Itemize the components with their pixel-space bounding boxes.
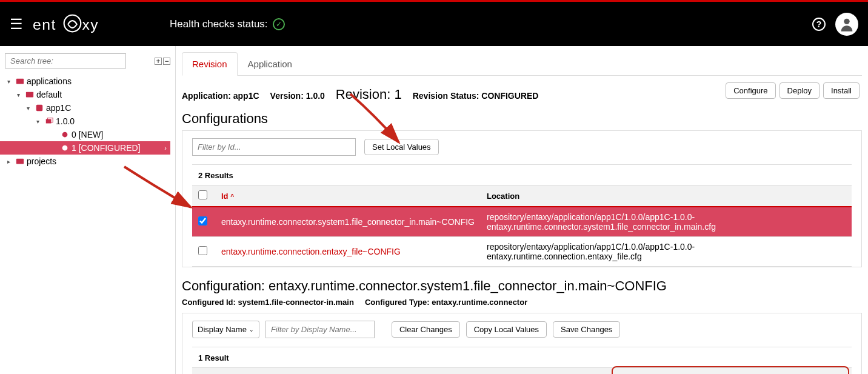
filter-name-input[interactable] [265, 321, 375, 338]
row-checkbox[interactable] [198, 246, 207, 255]
select-all-checkbox[interactable] [198, 190, 207, 199]
chevron-down-icon: ▾ [17, 92, 23, 98]
avatar[interactable] [835, 13, 858, 36]
top-bar: ☰ ent xy Health checks status: ✓ ? [0, 2, 868, 46]
filter-field-dropdown[interactable]: Display Name ⌄ [192, 321, 259, 338]
deploy-button[interactable]: Deploy [780, 82, 820, 99]
health-status: Health checks status: ✓ [170, 18, 285, 30]
save-changes-button[interactable]: Save Changes [553, 321, 620, 338]
chevron-down-icon: ▾ [27, 105, 33, 112]
filter-id-input[interactable] [192, 138, 356, 156]
col-id[interactable]: Id ^ [215, 185, 481, 207]
svg-rect-7 [46, 119, 52, 124]
gear-icon [61, 144, 69, 152]
col-location[interactable]: Location [481, 185, 852, 207]
tree-item-projects[interactable]: ▸ projects [5, 155, 170, 168]
version-icon [45, 117, 53, 125]
row-checkbox[interactable] [198, 216, 207, 225]
chevron-down-icon: ▾ [7, 78, 13, 85]
folder-icon [25, 90, 34, 99]
chevron-right-icon: › [164, 144, 167, 152]
chevron-down-icon: ▾ [36, 118, 42, 125]
tab-revision[interactable]: Revision [182, 52, 238, 76]
svg-rect-4 [16, 79, 24, 84]
logo: ent xy [33, 11, 130, 38]
col-name[interactable]: Name ^ [192, 368, 344, 375]
props-results-count: 1 Result [192, 347, 852, 367]
app-icon [35, 104, 44, 112]
tree-item-app1c[interactable]: ▾ app1C [5, 101, 170, 115]
col-display-name[interactable]: Display Name [344, 368, 447, 375]
gear-icon [61, 130, 69, 139]
config-id-link[interactable]: entaxy.runtime.connection.entaxy_file~CO… [221, 247, 401, 256]
check-circle-icon: ✓ [273, 18, 285, 30]
col-local-value[interactable]: Local Value [615, 368, 852, 375]
menu-icon[interactable]: ☰ [10, 16, 23, 33]
svg-point-10 [62, 145, 68, 151]
table-row[interactable]: entaxy.runtime.connector.system1.file_co… [192, 207, 852, 237]
tabs: Revision Application [182, 52, 862, 76]
configure-button[interactable]: Configure [726, 82, 775, 99]
svg-point-9 [62, 132, 68, 138]
collapse-all-icon[interactable]: − [163, 58, 170, 65]
sidebar: + − ▾ applications ▾ default ▾ app1C ▾ [0, 46, 176, 374]
folder-icon [16, 77, 24, 85]
config-id-link[interactable]: entaxy.runtime.connector.system1.file_co… [221, 217, 475, 227]
configuration-meta: Configured Id: system1.file-connector-in… [182, 298, 862, 307]
config-location: repository/entaxy/application/app1C/1.0.… [481, 237, 852, 267]
svg-rect-11 [16, 159, 24, 164]
svg-rect-5 [26, 92, 33, 98]
chevron-right-icon: ▸ [7, 158, 13, 165]
folder-icon [16, 157, 24, 165]
tree: ▾ applications ▾ default ▾ app1C ▾ 1.0.0 [5, 75, 170, 168]
chevron-down-icon: ⌄ [249, 327, 254, 333]
svg-point-1 [64, 15, 81, 32]
set-local-values-button[interactable]: Set Local Values [364, 139, 439, 155]
config-table: Id ^ Location entaxy.runtime.connector.s… [192, 185, 852, 267]
svg-rect-6 [36, 105, 43, 112]
props-box: Display Name ⌄ Clear Changes Copy Local … [182, 313, 862, 374]
configuration-detail-heading: Configuration: entaxy.runtime.connector.… [182, 278, 862, 294]
copy-local-values-button[interactable]: Copy Local Values [466, 321, 547, 338]
expand-all-icon[interactable]: + [155, 58, 162, 65]
tree-item-rev0[interactable]: 0 [NEW] [5, 128, 170, 141]
clear-changes-button[interactable]: Clear Changes [392, 321, 460, 338]
tree-item-applications[interactable]: ▾ applications [5, 75, 170, 88]
svg-point-3 [844, 18, 849, 24]
main-panel: Revision Application Configure Deploy In… [176, 46, 868, 374]
install-button[interactable]: Install [823, 82, 860, 99]
col-imported-value[interactable]: Imported Value [447, 368, 615, 375]
config-results-count: 2 Results [192, 165, 852, 185]
configurations-box: Set Local Values 2 Results Id ^ Location… [182, 130, 862, 267]
search-input[interactable] [5, 53, 126, 68]
svg-text:ent: ent [33, 16, 56, 32]
tab-application[interactable]: Application [238, 52, 302, 76]
config-location: repository/entaxy/application/app1C/1.0.… [481, 207, 852, 237]
props-table: Name ^ Display Name Imported Value Local… [192, 367, 852, 374]
table-row[interactable]: entaxy.runtime.connection.entaxy_file~CO… [192, 237, 852, 267]
tree-item-version[interactable]: ▾ 1.0.0 [5, 115, 170, 128]
svg-text:xy: xy [82, 16, 99, 32]
tree-item-default[interactable]: ▾ default [5, 88, 170, 101]
configurations-heading: Configurations [182, 111, 862, 127]
tree-item-rev1[interactable]: 1 [CONFIGURED] › [0, 141, 170, 155]
help-icon[interactable]: ? [812, 18, 826, 31]
